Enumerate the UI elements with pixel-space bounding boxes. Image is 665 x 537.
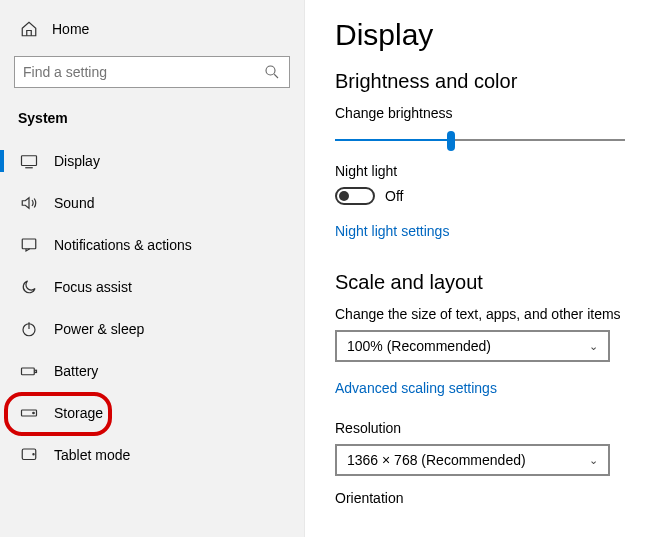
sidebar-item-label: Tablet mode <box>54 447 130 463</box>
sidebar-item-battery[interactable]: Battery <box>0 350 304 392</box>
home-label: Home <box>52 21 89 37</box>
sidebar-item-label: Battery <box>54 363 98 379</box>
toggle-knob <box>339 191 349 201</box>
display-icon <box>20 152 38 170</box>
sidebar-item-label: Power & sleep <box>54 321 144 337</box>
scale-label: Change the size of text, apps, and other… <box>335 306 653 322</box>
night-light-toggle[interactable] <box>335 187 375 205</box>
page-title: Display <box>335 18 653 52</box>
sidebar-home[interactable]: Home <box>0 12 304 46</box>
night-light-settings-link[interactable]: Night light settings <box>335 223 449 239</box>
slider-fill <box>335 139 451 141</box>
search-box[interactable] <box>14 56 290 88</box>
svg-line-1 <box>274 74 278 78</box>
slider-thumb[interactable] <box>447 131 455 151</box>
sidebar-item-sound[interactable]: Sound <box>0 182 304 224</box>
power-icon <box>20 320 38 338</box>
search-wrap <box>0 46 304 100</box>
search-input[interactable] <box>23 64 263 80</box>
storage-icon <box>20 404 38 422</box>
svg-rect-8 <box>35 370 37 372</box>
notifications-icon <box>20 236 38 254</box>
orientation-label: Orientation <box>335 490 653 506</box>
svg-point-10 <box>33 412 35 414</box>
night-light-state: Off <box>385 188 403 204</box>
home-icon <box>20 20 38 38</box>
brightness-label: Change brightness <box>335 105 653 121</box>
scale-dropdown[interactable]: 100% (Recommended) ⌄ <box>335 330 610 362</box>
section-title: System <box>0 100 304 140</box>
sidebar-item-label: Display <box>54 153 100 169</box>
battery-icon <box>20 362 38 380</box>
section-brightness: Brightness and color <box>335 70 653 93</box>
resolution-value: 1366 × 768 (Recommended) <box>347 452 526 468</box>
sidebar-item-storage[interactable]: Storage <box>0 392 304 434</box>
sidebar-item-notifications[interactable]: Notifications & actions <box>0 224 304 266</box>
sidebar: Home System Display Sound Notifications … <box>0 0 305 537</box>
advanced-scaling-link[interactable]: Advanced scaling settings <box>335 380 497 396</box>
chevron-down-icon: ⌄ <box>589 454 598 467</box>
sidebar-item-label: Notifications & actions <box>54 237 192 253</box>
sidebar-item-label: Storage <box>54 405 103 421</box>
moon-icon <box>20 278 38 296</box>
sidebar-item-label: Sound <box>54 195 94 211</box>
search-icon <box>263 63 281 81</box>
svg-point-12 <box>33 454 34 455</box>
tablet-icon <box>20 446 38 464</box>
svg-rect-7 <box>22 368 35 375</box>
sidebar-item-tablet-mode[interactable]: Tablet mode <box>0 434 304 476</box>
main-panel: Display Brightness and color Change brig… <box>305 0 665 537</box>
sound-icon <box>20 194 38 212</box>
sidebar-item-power[interactable]: Power & sleep <box>0 308 304 350</box>
scale-value: 100% (Recommended) <box>347 338 491 354</box>
resolution-label: Resolution <box>335 420 653 436</box>
svg-rect-4 <box>22 239 36 249</box>
section-scale: Scale and layout <box>335 271 653 294</box>
svg-point-0 <box>266 66 275 75</box>
svg-rect-2 <box>22 156 37 166</box>
night-light-label: Night light <box>335 163 653 179</box>
sidebar-item-label: Focus assist <box>54 279 132 295</box>
resolution-dropdown[interactable]: 1366 × 768 (Recommended) ⌄ <box>335 444 610 476</box>
chevron-down-icon: ⌄ <box>589 340 598 353</box>
sidebar-item-display[interactable]: Display <box>0 140 304 182</box>
sidebar-item-focus-assist[interactable]: Focus assist <box>0 266 304 308</box>
brightness-slider[interactable] <box>335 129 625 151</box>
